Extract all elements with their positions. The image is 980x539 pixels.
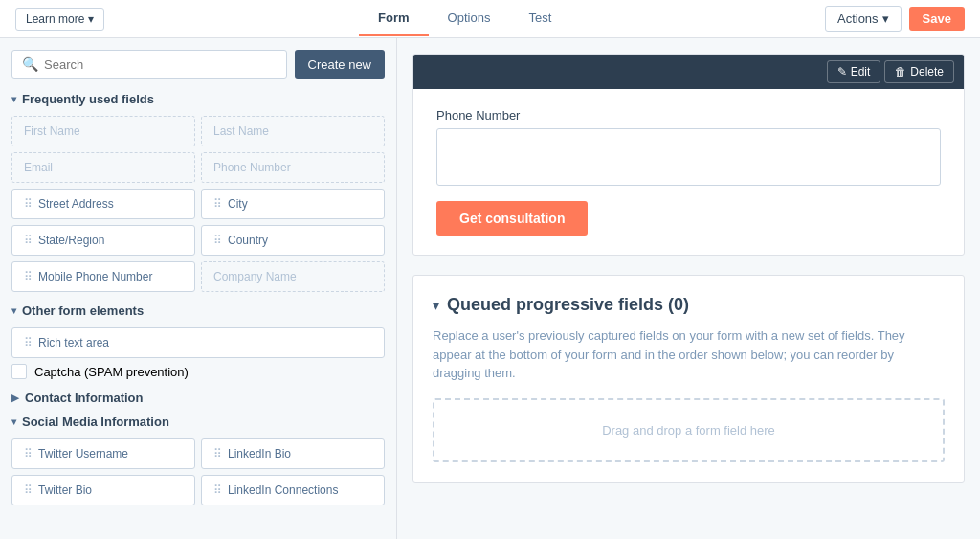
social-media-header[interactable]: ▾ Social Media Information	[11, 415, 385, 429]
social-media-fields-grid: ⠿ Twitter Username ⠿ LinkedIn Bio ⠿ Twit…	[11, 438, 385, 505]
submit-button[interactable]: Get consultation	[436, 201, 588, 236]
field-label: City	[228, 197, 248, 211]
field-label: Mobile Phone Number	[38, 270, 152, 283]
drag-handle: ⠿	[213, 483, 222, 497]
drag-handle: ⠿	[24, 270, 33, 283]
queued-title: Queued progressive fields (0)	[447, 295, 689, 315]
tab-test[interactable]: Test	[509, 1, 570, 36]
phone-number-input-display	[436, 128, 941, 186]
field-phone-number[interactable]: Phone Number	[201, 152, 385, 183]
drag-handle: ⠿	[24, 483, 33, 497]
save-button[interactable]: Save	[909, 7, 965, 31]
field-last-name[interactable]: Last Name	[201, 116, 385, 146]
field-street-address[interactable]: ⠿ Street Address	[11, 189, 195, 219]
form-card-body: Phone Number Get consultation	[413, 89, 964, 255]
drag-handle: ⠿	[24, 234, 33, 247]
field-mobile-phone-number[interactable]: ⠿ Mobile Phone Number	[11, 261, 195, 292]
field-label: First Name	[24, 124, 80, 138]
field-rich-text-area[interactable]: ⠿ Rich text area	[11, 327, 385, 358]
captcha-checkbox[interactable]	[11, 364, 27, 379]
frequently-used-title: Frequently used fields	[22, 92, 154, 106]
field-twitter-username[interactable]: ⠿ Twitter Username	[11, 438, 195, 469]
drag-handle: ⠿	[24, 447, 33, 460]
field-first-name[interactable]: First Name	[11, 116, 195, 146]
tab-options[interactable]: Options	[429, 1, 510, 36]
field-label: Company Name	[213, 270, 297, 283]
contact-information-title: Contact Information	[25, 391, 144, 405]
queued-header[interactable]: ▾ Queued progressive fields (0)	[433, 295, 945, 315]
field-state-region[interactable]: ⠿ State/Region	[11, 225, 195, 256]
field-label: Email	[24, 161, 53, 174]
queued-section: ▾ Queued progressive fields (0) Replace …	[412, 275, 965, 483]
drop-zone-label: Drag and drop a form field here	[602, 423, 775, 438]
drag-handle: ⠿	[213, 197, 222, 211]
edit-label: Edit	[851, 65, 871, 79]
queued-description: Replace a user's previously captured fie…	[433, 326, 945, 383]
form-card-toolbar: ✎ Edit 🗑 Delete	[413, 55, 964, 89]
tabs-container: Form Options Test	[359, 1, 570, 36]
field-label: Country	[228, 234, 268, 247]
chevron-down-icon: ▾	[11, 416, 16, 427]
social-media-title: Social Media Information	[22, 415, 169, 429]
learn-more-label: Learn more	[26, 12, 84, 26]
field-label: Twitter Username	[38, 447, 128, 460]
field-company-name[interactable]: Company Name	[201, 261, 385, 292]
tab-form[interactable]: Form	[359, 1, 429, 36]
field-label: Phone Number	[213, 161, 291, 174]
field-email[interactable]: Email	[11, 152, 195, 183]
top-bar-left: Learn more ▾	[15, 8, 104, 31]
chevron-down-icon: ▾	[88, 12, 94, 26]
phone-number-label: Phone Number	[436, 108, 941, 123]
delete-button[interactable]: 🗑 Delete	[884, 60, 954, 83]
trash-icon: 🗑	[895, 65, 906, 79]
top-bar-right: Actions ▾ Save	[825, 6, 965, 32]
captcha-label: Captcha (SPAM prevention)	[34, 365, 189, 379]
field-twitter-bio[interactable]: ⠿ Twitter Bio	[11, 475, 195, 505]
chevron-down-icon: ▾	[11, 94, 16, 104]
field-label: Last Name	[213, 124, 269, 138]
field-label: Twitter Bio	[38, 483, 92, 497]
drag-handle: ⠿	[213, 234, 222, 247]
drag-handle: ⠿	[24, 336, 33, 349]
frequently-used-fields-grid: First Name Last Name Email Phone Number …	[11, 116, 385, 292]
field-label: LinkedIn Bio	[228, 447, 291, 460]
chevron-down-icon: ▾	[11, 305, 16, 316]
drag-handle: ⠿	[24, 197, 33, 211]
left-panel: 🔍 Create new ▾ Frequently used fields Fi…	[0, 38, 397, 539]
other-form-elements-header[interactable]: ▾ Other form elements	[11, 303, 385, 318]
search-icon: 🔍	[22, 56, 38, 72]
field-label: Street Address	[38, 197, 114, 211]
other-form-elements-title: Other form elements	[22, 303, 144, 318]
contact-information-header[interactable]: ▶ Contact Information	[11, 391, 385, 405]
top-bar: Learn more ▾ Form Options Test Actions ▾…	[0, 0, 980, 38]
chevron-down-icon: ▾	[433, 298, 439, 313]
main-layout: 🔍 Create new ▾ Frequently used fields Fi…	[0, 38, 980, 539]
chevron-right-icon: ▶	[11, 393, 19, 403]
drag-handle: ⠿	[213, 447, 222, 460]
actions-button[interactable]: Actions ▾	[825, 6, 902, 32]
field-linkedin-connections[interactable]: ⠿ LinkedIn Connections	[201, 475, 385, 505]
chevron-down-icon: ▾	[882, 11, 889, 26]
right-panel: ✎ Edit 🗑 Delete Phone Number Get consult…	[397, 38, 980, 539]
search-row: 🔍 Create new	[11, 50, 385, 79]
learn-more-button[interactable]: Learn more ▾	[15, 8, 104, 31]
actions-label: Actions	[837, 11, 879, 26]
edit-icon: ✎	[837, 65, 847, 79]
edit-button[interactable]: ✎ Edit	[827, 60, 881, 83]
delete-label: Delete	[910, 65, 944, 79]
create-new-button[interactable]: Create new	[295, 50, 385, 79]
field-linkedin-bio[interactable]: ⠿ LinkedIn Bio	[201, 438, 385, 469]
field-label: State/Region	[38, 234, 104, 247]
field-label: Rich text area	[38, 336, 109, 349]
form-card: ✎ Edit 🗑 Delete Phone Number Get consult…	[412, 54, 965, 256]
drop-zone: Drag and drop a form field here	[433, 398, 945, 462]
frequently-used-header[interactable]: ▾ Frequently used fields	[11, 92, 385, 106]
captcha-row: Captcha (SPAM prevention)	[11, 364, 385, 379]
search-input[interactable]	[44, 57, 277, 72]
field-country[interactable]: ⠿ Country	[201, 225, 385, 256]
field-city[interactable]: ⠿ City	[201, 189, 385, 219]
field-label: LinkedIn Connections	[228, 483, 338, 497]
search-input-wrapper: 🔍	[11, 50, 287, 79]
